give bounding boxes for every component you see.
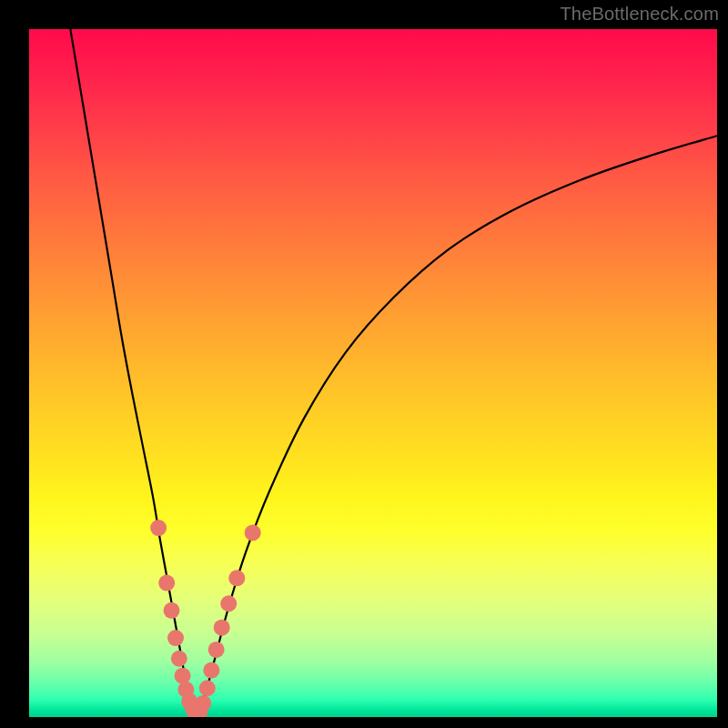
watermark-text: TheBottleneck.com — [560, 4, 719, 25]
data-marker — [195, 695, 211, 712]
data-marker — [171, 651, 187, 667]
data-marker — [163, 602, 179, 619]
data-marker — [203, 662, 219, 679]
data-marker — [167, 630, 184, 646]
curves-svg — [29, 29, 717, 717]
data-marker — [245, 524, 261, 541]
data-marker — [220, 595, 237, 612]
right-curve — [197, 136, 717, 713]
plot-area — [29, 29, 717, 717]
data-marker — [150, 520, 167, 536]
data-marker — [175, 668, 191, 684]
data-marker — [158, 575, 175, 592]
marker-group — [150, 520, 261, 717]
chart-frame: TheBottleneck.com — [0, 0, 728, 728]
data-marker — [208, 642, 225, 658]
data-marker — [199, 680, 216, 696]
data-marker — [228, 570, 245, 586]
data-marker — [214, 620, 230, 636]
